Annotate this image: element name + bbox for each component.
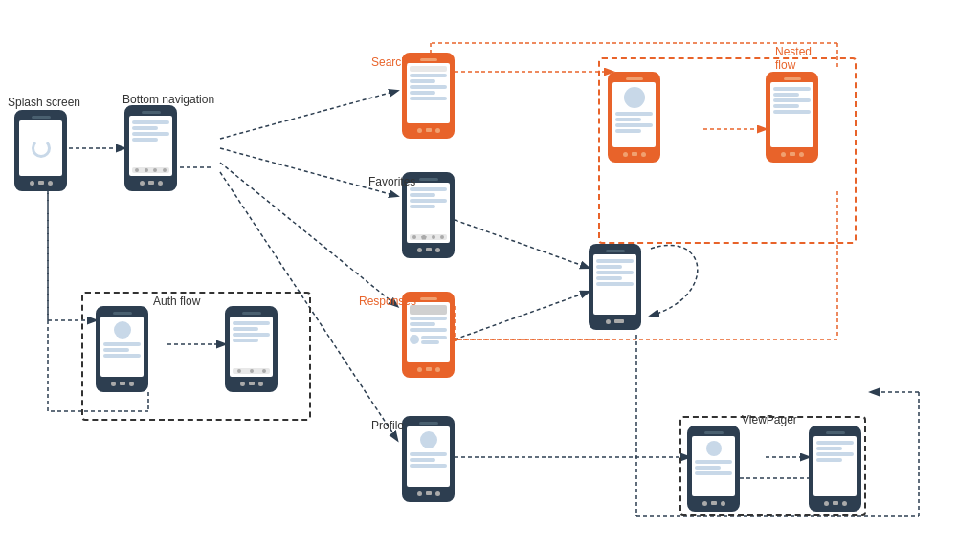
phone-profile (402, 416, 455, 502)
phone-search (402, 53, 455, 139)
phone-splash (14, 110, 67, 191)
label-bottom-navigation: Bottom navigation (122, 93, 214, 106)
svg-line-17 (455, 220, 589, 268)
label-favorites: Favorites (368, 175, 415, 188)
phone-nested-1 (608, 72, 660, 163)
label-search: Search (371, 55, 408, 69)
diagram-canvas: Splash screen Bottom navigation Auth flo… (0, 0, 980, 546)
label-auth-flow: Auth flow (153, 295, 200, 308)
phone-nested-2 (766, 72, 818, 163)
label-viewpager: ViewPager (742, 413, 797, 426)
label-responses: Responses (359, 295, 416, 308)
svg-line-18 (455, 292, 589, 339)
label-profile: Profile (371, 419, 404, 432)
svg-line-3 (220, 148, 397, 196)
label-nested-flow: Nested flow (775, 45, 812, 72)
phone-auth-1 (96, 306, 148, 392)
phone-bottom-nav (124, 105, 177, 191)
phone-viewpager-2 (809, 426, 861, 512)
phone-viewpager-1 (687, 426, 740, 512)
phone-detail (589, 244, 641, 330)
svg-line-2 (220, 91, 397, 139)
label-splash-screen: Splash screen (8, 96, 80, 109)
phone-auth-2 (225, 306, 278, 392)
